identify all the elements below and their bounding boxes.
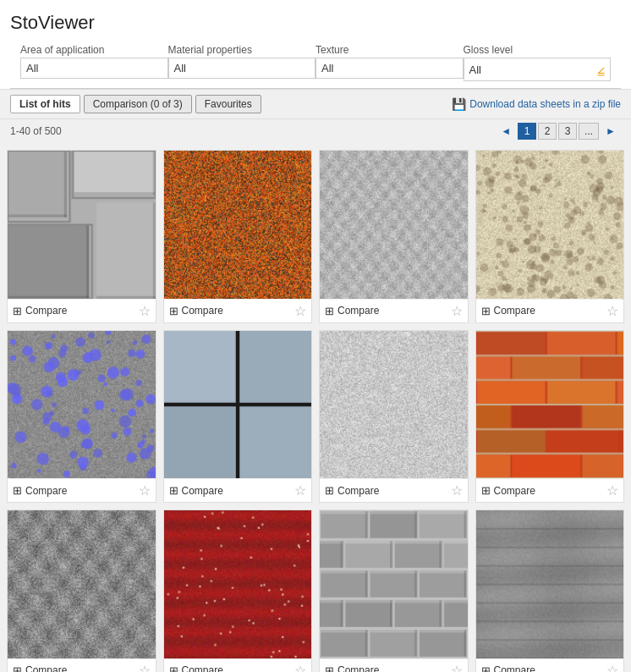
grid-item: ⊞Compare☆: [163, 150, 313, 323]
download-icon: 💾: [452, 97, 466, 111]
filter-gloss-value: All: [469, 63, 481, 76]
compare-icon: ⊞: [13, 484, 22, 497]
favourite-star-icon[interactable]: ☆: [451, 663, 463, 673]
filter-bar: Area of application All Material propert…: [10, 37, 621, 89]
compare-button[interactable]: ⊞Compare: [481, 664, 535, 673]
header: StoViewer Area of application All Materi…: [0, 0, 631, 90]
download-link[interactable]: 💾 Download data sheets in a zip file: [452, 97, 621, 111]
product-image[interactable]: [164, 510, 312, 658]
favourite-star-icon[interactable]: ☆: [451, 482, 463, 498]
texture-swatch: [320, 510, 468, 658]
page-1-button[interactable]: 1: [518, 123, 536, 140]
prev-page-button[interactable]: ◄: [496, 124, 516, 139]
product-image[interactable]: [8, 510, 156, 658]
app-container: StoViewer Area of application All Materi…: [0, 0, 631, 672]
grid-item-footer: ⊞Compare☆: [320, 299, 468, 322]
compare-button[interactable]: ⊞Compare: [325, 664, 379, 673]
texture-swatch: [164, 510, 312, 658]
grid-item-footer: ⊞Compare☆: [8, 299, 156, 322]
filter-texture: Texture All: [316, 44, 464, 81]
texture-swatch: [320, 151, 468, 299]
product-image[interactable]: [320, 510, 468, 658]
product-image[interactable]: [320, 331, 468, 479]
favourite-star-icon[interactable]: ☆: [139, 663, 151, 673]
page-2-button[interactable]: 2: [538, 123, 557, 140]
filter-material-label: Material properties: [168, 44, 316, 56]
texture-swatch: [476, 510, 624, 658]
compare-icon: ⊞: [481, 305, 491, 317]
compare-icon: ⊞: [325, 484, 334, 497]
comparison-button[interactable]: Comparison (0 of 3): [84, 95, 192, 113]
compare-label: Compare: [494, 664, 535, 672]
app-title: StoViewer: [10, 7, 621, 37]
page-3-button[interactable]: 3: [558, 123, 577, 140]
grid-item-footer: ⊞Compare☆: [164, 299, 312, 322]
favourite-star-icon[interactable]: ☆: [294, 303, 306, 319]
filter-material-select[interactable]: All: [168, 58, 316, 79]
grid-item: ⊞Compare☆: [163, 330, 313, 504]
favourite-star-icon[interactable]: ☆: [294, 482, 306, 498]
grid-item: ⊞Compare☆: [319, 150, 469, 323]
texture-swatch: [476, 151, 624, 299]
grid-item-footer: ⊞Compare☆: [8, 658, 156, 673]
grid-item-footer: ⊞Compare☆: [8, 478, 156, 502]
filter-gloss: Gloss level All ⦤: [464, 44, 612, 81]
compare-button[interactable]: ⊞Compare: [169, 305, 223, 317]
compare-button[interactable]: ⊞Compare: [13, 664, 67, 673]
favourite-star-icon[interactable]: ☆: [606, 482, 618, 498]
pagination: ◄ 1 2 3 ... ►: [496, 123, 621, 140]
compare-label: Compare: [337, 485, 379, 497]
favourite-star-icon[interactable]: ☆: [606, 663, 618, 673]
favourite-star-icon[interactable]: ☆: [139, 303, 151, 319]
compare-button[interactable]: ⊞Compare: [169, 664, 223, 673]
compare-button[interactable]: ⊞Compare: [13, 305, 67, 317]
compare-label: Compare: [337, 305, 379, 317]
product-image[interactable]: [476, 151, 624, 299]
compare-button[interactable]: ⊞Compare: [481, 305, 535, 317]
product-image[interactable]: [8, 151, 156, 299]
list-of-hits-button[interactable]: List of hits: [10, 95, 80, 113]
favourite-star-icon[interactable]: ☆: [139, 482, 151, 498]
texture-swatch: [320, 331, 468, 479]
filter-area-select[interactable]: All: [20, 58, 168, 79]
favourites-button[interactable]: Favourites: [195, 95, 261, 113]
filter-area-label: Area of application: [20, 44, 168, 56]
compare-icon: ⊞: [481, 664, 491, 673]
favourite-star-icon[interactable]: ☆: [606, 303, 618, 319]
texture-swatch: [8, 331, 156, 479]
grid-item: ⊞Compare☆: [7, 150, 156, 323]
compare-label: Compare: [182, 305, 223, 317]
chevron-down-icon: ⦤: [597, 62, 605, 77]
grid-item-footer: ⊞Compare☆: [476, 299, 624, 322]
texture-swatch: [8, 510, 156, 658]
compare-label: Compare: [25, 485, 67, 497]
filter-texture-select[interactable]: All: [316, 58, 464, 79]
compare-label: Compare: [494, 305, 535, 317]
filter-gloss-select[interactable]: All ⦤: [464, 58, 612, 81]
grid-item-footer: ⊞Compare☆: [476, 658, 624, 673]
compare-button[interactable]: ⊞Compare: [325, 305, 379, 317]
compare-label: Compare: [337, 664, 379, 672]
compare-button[interactable]: ⊞Compare: [169, 484, 223, 497]
filter-area-value: All: [26, 62, 38, 74]
compare-button[interactable]: ⊞Compare: [325, 484, 379, 497]
favourite-star-icon[interactable]: ☆: [294, 663, 306, 673]
compare-button[interactable]: ⊞Compare: [13, 484, 67, 497]
product-image[interactable]: [476, 510, 624, 658]
compare-icon: ⊞: [169, 305, 178, 317]
filter-texture-value: All: [321, 62, 333, 74]
product-image[interactable]: [320, 151, 468, 299]
product-image[interactable]: [476, 331, 624, 479]
product-image[interactable]: [164, 151, 312, 299]
texture-swatch: [164, 331, 312, 479]
compare-button[interactable]: ⊞Compare: [481, 484, 535, 497]
download-label: Download data sheets in a zip file: [469, 98, 621, 110]
product-image[interactable]: [164, 331, 312, 479]
favourite-star-icon[interactable]: ☆: [451, 303, 463, 319]
grid-item: ⊞Compare☆: [319, 510, 469, 672]
next-page-button[interactable]: ►: [601, 124, 621, 139]
page-ellipsis[interactable]: ...: [579, 123, 599, 140]
results-bar: 1-40 of 500 ◄ 1 2 3 ... ►: [0, 119, 631, 143]
grid-item-footer: ⊞Compare☆: [164, 658, 312, 673]
product-image[interactable]: [8, 331, 156, 479]
